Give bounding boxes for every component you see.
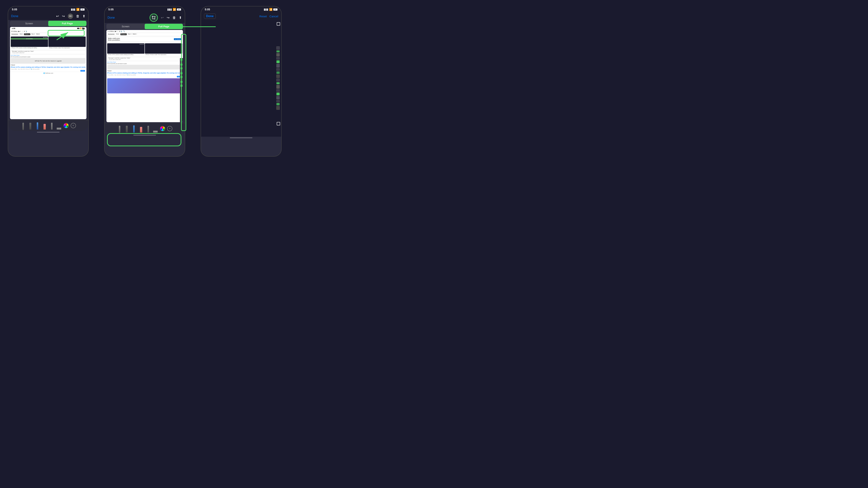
share-icon-2[interactable]: ⬆	[179, 15, 182, 20]
menu-mac: Mac ▾	[31, 33, 35, 35]
tool-pencil[interactable]	[49, 122, 55, 130]
tool2-ruler[interactable]	[153, 125, 158, 133]
cancel-button[interactable]: Cancel	[269, 15, 278, 18]
scroll-thumb-5	[181, 76, 183, 78]
done-button-1[interactable]: Done	[11, 14, 18, 18]
scroll-thumb-1	[181, 59, 183, 61]
svg-rect-1	[153, 17, 155, 19]
crop-corner-2-bl	[107, 119, 110, 122]
crop-handle-top[interactable]	[277, 22, 280, 26]
menu-watch: Watch	[36, 33, 40, 35]
toolbar-icons-2: ↩ ↪ 🗑 ⬆	[150, 13, 182, 22]
tool-pen[interactable]	[21, 122, 26, 130]
dont-allow: Don't Allow Paste	[10, 55, 87, 56]
done-button-2[interactable]: Done	[107, 16, 115, 20]
crop-corner-tl	[11, 28, 13, 30]
promo-image	[107, 78, 182, 93]
scroll-mini-8	[181, 79, 183, 80]
reset-cancel-bar: Reset Cancel	[259, 15, 278, 18]
tool-ruler[interactable]	[56, 122, 62, 130]
strip-17	[276, 103, 280, 105]
menu-exclusives: Exclusives	[11, 33, 19, 35]
tab-screen-2[interactable]: Screen	[106, 24, 145, 29]
undo-icon-2[interactable]: ↩	[161, 15, 164, 20]
drawing-tools-2: +	[104, 123, 185, 134]
news-badge-row: NEWS	[10, 70, 87, 72]
strip-2	[276, 50, 280, 53]
strip-6	[276, 64, 280, 68]
add-tool-btn[interactable]: +	[71, 123, 76, 128]
status-icons-1: ▮▮▮ 📶 57	[71, 8, 85, 11]
wifi-icon-3: 📶	[269, 8, 272, 11]
news-badge: NEWS	[81, 70, 85, 71]
permission-box: "Messages" would like to paste from "Saf…	[11, 50, 86, 54]
scroll-mini-6	[181, 75, 183, 75]
crop-handle-bottom[interactable]	[277, 122, 280, 125]
color-wheel-1[interactable]	[63, 123, 69, 128]
toolbar-1: Done ↩ ↪ ✏ 🗑 ⬆	[8, 12, 88, 20]
tab-bar-1: Screen Full Page	[10, 21, 87, 26]
menu-iphone: iPhone ▾	[24, 33, 30, 35]
screenshot-preview-1: 5:05 ▮▮▮📶57 9TO5Mac ▶f⋮$📡 Exclusives Sto…	[10, 27, 87, 119]
color-wheel-2[interactable]	[160, 126, 165, 131]
tool-eraser[interactable]	[42, 122, 47, 130]
wifi-icon-2: 📶	[173, 8, 176, 11]
tool2-eraser[interactable]	[138, 125, 144, 133]
toolbar-icons-1: ↩ ↪ ✏ 🗑 ⬆	[56, 13, 85, 19]
tab-fullpage-2[interactable]: Full Page	[145, 24, 183, 29]
strip-8	[276, 71, 280, 74]
strip-4	[276, 57, 280, 60]
share-icon[interactable]: ⬆	[83, 14, 85, 18]
tool2-marker[interactable]	[124, 125, 129, 133]
tool-marker[interactable]	[28, 122, 33, 130]
status-icons-2: ▮▮▮ 📶 57	[167, 8, 181, 11]
permission-box-2: "Messages" would like to paste from "Saf…	[107, 57, 182, 61]
scroll-mini-2	[181, 62, 183, 63]
mini-video-row: 00:00:00 ACTION MODE iPhone 14 Pro camer…	[10, 36, 87, 50]
home-indicator-1	[37, 132, 60, 133]
phone-2: 5:05 ▮▮▮ 📶 57 Done	[104, 6, 185, 157]
mini-menu-bar: Exclusives Store iPhone ▾ Mac ▾ Watch	[10, 33, 87, 36]
delete-icon-2[interactable]: 🗑	[173, 16, 176, 20]
battery-icon-3: 57	[273, 8, 277, 10]
scrollbar-strip	[180, 58, 183, 122]
status-bar-3: 5:05 ▮▮▮ 📶 57	[201, 6, 281, 12]
video-card-2	[49, 36, 86, 47]
mini-status-bar: 5:05 ▮▮▮📶57	[10, 27, 87, 30]
scroll-mini-1	[181, 61, 183, 62]
video-card-2a: 00:00:00	[107, 43, 145, 54]
home-indicator-2	[133, 135, 156, 135]
tool2-pen[interactable]	[117, 125, 122, 133]
today-label: TODAY	[10, 64, 87, 66]
crop-corner-2-tl	[107, 31, 110, 33]
video-card-1: 00:00:00 ACTION MODE	[11, 36, 48, 47]
tool2-pencil[interactable]	[146, 125, 151, 133]
delete-icon[interactable]: 🗑	[76, 14, 80, 18]
redo-icon-2[interactable]: ↪	[167, 15, 169, 20]
signal-icon-3: ▮▮▮	[264, 8, 268, 11]
done-button-3[interactable]: Done	[204, 13, 216, 19]
video-label-2a: iPhone 14 Pro camera module shaking and …	[107, 54, 145, 56]
menu2-iphone: iPhone ▾	[120, 33, 127, 35]
strip-7	[276, 68, 280, 71]
crop-corner-br	[84, 116, 86, 119]
scroll-thumb-4	[181, 72, 183, 74]
undo-icon[interactable]: ↩	[56, 14, 59, 18]
paste-text-2: iOS 16 would like your permission to pas…	[106, 63, 183, 64]
strip-16	[276, 100, 280, 102]
scroll-mini-3	[181, 66, 183, 67]
crop-icon-circle[interactable]	[150, 13, 158, 22]
dont-allow-2: Don't Allow Paste	[106, 61, 183, 63]
site-footer: 🌐 9to5mac.com	[10, 72, 87, 74]
strip-1	[276, 46, 280, 50]
tool-blue-pen[interactable]	[35, 122, 40, 130]
tool2-blue[interactable]	[131, 125, 136, 133]
add-tool-btn-2[interactable]: +	[167, 126, 173, 131]
mini-nav-icons: ▶f⋮$📡	[19, 31, 27, 32]
tab-screen-1[interactable]: Screen	[10, 21, 48, 26]
mini-nav-bar-2: 9TO5Mac ▶ f ⋮ $ 📡 🔍	[106, 30, 183, 33]
markup-icon[interactable]: ✏	[68, 13, 73, 19]
reset-button[interactable]: Reset	[259, 15, 267, 18]
redo-icon[interactable]: ↪	[62, 14, 65, 18]
tab-fullpage-1[interactable]: Full Page	[48, 21, 87, 26]
